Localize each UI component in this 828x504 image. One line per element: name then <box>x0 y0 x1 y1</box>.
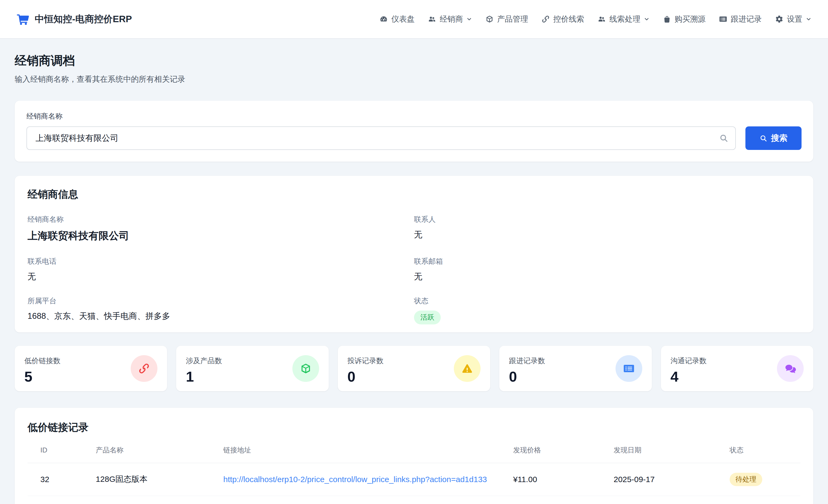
list-icon <box>616 355 642 382</box>
search-button-label: 搜索 <box>771 132 788 144</box>
cell-id: 12 <box>28 496 89 504</box>
cell-link: http://localhost/erp10-2/price_control/l… <box>217 463 507 496</box>
low-price-links-card: 低价链接记录 ID产品名称链接地址发现价格发现日期状态 32 128G固态版本 … <box>15 408 813 504</box>
stat-card-complaint-records: 投诉记录数 0 <box>338 346 490 391</box>
info-field-contact-email: 联系邮箱 无 <box>414 257 800 282</box>
link-icon <box>541 15 550 23</box>
field-value-contact-person: 无 <box>414 229 800 240</box>
status-badge: 待处理 <box>730 473 762 486</box>
gear-icon <box>775 15 783 23</box>
cell-id: 32 <box>28 463 89 496</box>
nav-item-purchase-trace[interactable]: 购买溯源 <box>663 14 706 25</box>
stat-card-follow-records: 跟进记录数 0 <box>499 346 652 391</box>
nav-menu: 仪表盘 经销商 产品管理 控价线索 线索处理 购买溯源 <box>379 14 812 25</box>
brand-title: 中恒知控-电商控价ERP <box>35 13 132 26</box>
field-label-platforms: 所属平台 <box>28 296 414 306</box>
info-field-platforms: 所属平台 1688、京东、天猫、快手电商、拼多多 <box>28 296 414 325</box>
field-label-contact-person: 联系人 <box>414 215 800 224</box>
search-input-wrap <box>27 126 736 150</box>
info-field-status: 状态 活跃 <box>414 296 800 325</box>
nav-item-settings[interactable]: 设置 <box>775 14 812 25</box>
field-value-dealer-name: 上海联贸科技有限公司 <box>28 229 414 243</box>
field-label-contact-phone: 联系电话 <box>28 257 414 266</box>
nav-item-lead-handling[interactable]: 线索处理 <box>597 14 650 25</box>
nav-item-label: 跟进记录 <box>731 14 762 25</box>
cube-icon <box>485 15 494 23</box>
nav-item-label: 购买溯源 <box>674 14 706 25</box>
nav-item-label: 控价线索 <box>553 14 584 25</box>
nav-item-price-leads[interactable]: 控价线索 <box>541 14 584 25</box>
chevron-down-icon <box>466 16 472 22</box>
nav-item-label: 仪表盘 <box>391 14 415 25</box>
search-icon <box>719 134 728 143</box>
field-value-platforms: 1688、京东、天猫、快手电商、拼多多 <box>28 310 414 322</box>
field-value-contact-phone: 无 <box>28 271 414 282</box>
chevron-down-icon <box>806 16 812 22</box>
users-icon <box>428 15 436 23</box>
gauge-icon <box>379 15 388 23</box>
low-price-links-table: ID产品名称链接地址发现价格发现日期状态 32 128G固态版本 http://… <box>28 446 800 504</box>
page-title: 经销商调档 <box>15 53 813 69</box>
table-row: 32 128G固态版本 http://localhost/erp10-2/pri… <box>28 463 800 496</box>
status-badge: 活跃 <box>414 310 441 325</box>
field-value-contact-email: 无 <box>414 271 800 282</box>
cell-date: 2025-09-14 <box>607 496 723 504</box>
chat-icon <box>777 355 804 382</box>
list-icon <box>719 15 727 23</box>
info-field-contact-phone: 联系电话 无 <box>28 257 414 282</box>
dealer-info-card: 经销商信息 经销商名称 上海联贸科技有限公司 联系人 无 联系电话 无 联系邮箱… <box>15 176 813 332</box>
column-header: 链接地址 <box>217 446 507 463</box>
page-content: 经销商调档 输入经销商名称，查看其在系统中的所有相关记录 经销商名称 搜索 经销… <box>0 53 828 504</box>
cart-icon <box>16 13 29 26</box>
link-icon <box>131 355 157 382</box>
cell-product: 128G固态版本 <box>89 496 217 504</box>
dealer-search-card: 经销商名称 搜索 <box>15 101 813 162</box>
search-icon <box>759 134 767 142</box>
table-header-row: ID产品名称链接地址发现价格发现日期状态 <box>28 446 800 463</box>
search-row: 搜索 <box>27 126 801 150</box>
bag-icon <box>663 15 671 23</box>
nav-item-products[interactable]: 产品管理 <box>485 14 528 25</box>
column-header: 发现日期 <box>607 446 723 463</box>
nav-item-label: 设置 <box>787 14 802 25</box>
table-row: 12 128G固态版本 http://localhost/erp10-2/pri… <box>28 496 800 504</box>
stat-card-low-price-links: 低价链接数 5 <box>15 346 167 391</box>
nav-item-label: 产品管理 <box>497 14 528 25</box>
cube-icon <box>292 355 319 382</box>
search-field-label: 经销商名称 <box>27 112 801 121</box>
field-label-dealer-name: 经销商名称 <box>28 215 414 224</box>
stat-card-products-involved: 涉及产品数 1 <box>176 346 328 391</box>
nav-item-dealers[interactable]: 经销商 <box>428 14 472 25</box>
search-input[interactable] <box>27 126 736 150</box>
nav-item-dashboard[interactable]: 仪表盘 <box>379 14 415 25</box>
cell-price: ¥22.00 <box>507 496 607 504</box>
low-price-links-heading: 低价链接记录 <box>28 421 800 434</box>
stat-card-communication-records: 沟通记录数 4 <box>661 346 813 391</box>
field-label-status: 状态 <box>414 296 800 306</box>
cell-product: 128G固态版本 <box>89 463 217 496</box>
brand[interactable]: 中恒知控-电商控价ERP <box>16 13 132 26</box>
chevron-down-icon <box>644 16 650 22</box>
column-header: 状态 <box>723 446 800 463</box>
dealer-info-grid: 经销商名称 上海联贸科技有限公司 联系人 无 联系电话 无 联系邮箱 无 所属平… <box>28 215 800 325</box>
nav-item-label: 经销商 <box>440 14 463 25</box>
page-subtitle: 输入经销商名称，查看其在系统中的所有相关记录 <box>15 74 813 85</box>
cell-status: 已解决 <box>723 496 800 504</box>
record-link[interactable]: http://localhost/erp10-2/price_control/l… <box>223 475 487 484</box>
info-field-contact-person: 联系人 无 <box>414 215 800 243</box>
cell-link: http://localhost/erp10-2/price_control/p… <box>217 496 507 504</box>
cell-status: 待处理 <box>723 463 800 496</box>
top-navbar: 中恒知控-电商控价ERP 仪表盘 经销商 产品管理 控价线索 线索处理 <box>0 0 828 39</box>
warning-icon <box>454 355 481 382</box>
dealer-info-heading: 经销商信息 <box>28 187 800 201</box>
column-header: ID <box>28 446 89 463</box>
info-field-dealer-name: 经销商名称 上海联贸科技有限公司 <box>28 215 414 243</box>
stats-row: 低价链接数 5 涉及产品数 1 投诉记录数 0 跟进记录数 0 沟通记录数 4 <box>15 346 813 391</box>
search-button[interactable]: 搜索 <box>745 126 801 150</box>
cell-price: ¥11.00 <box>507 463 607 496</box>
nav-item-follow-records[interactable]: 跟进记录 <box>719 14 762 25</box>
column-header: 产品名称 <box>89 446 217 463</box>
column-header: 发现价格 <box>507 446 607 463</box>
nav-item-label: 线索处理 <box>609 14 640 25</box>
cell-date: 2025-09-17 <box>607 463 723 496</box>
